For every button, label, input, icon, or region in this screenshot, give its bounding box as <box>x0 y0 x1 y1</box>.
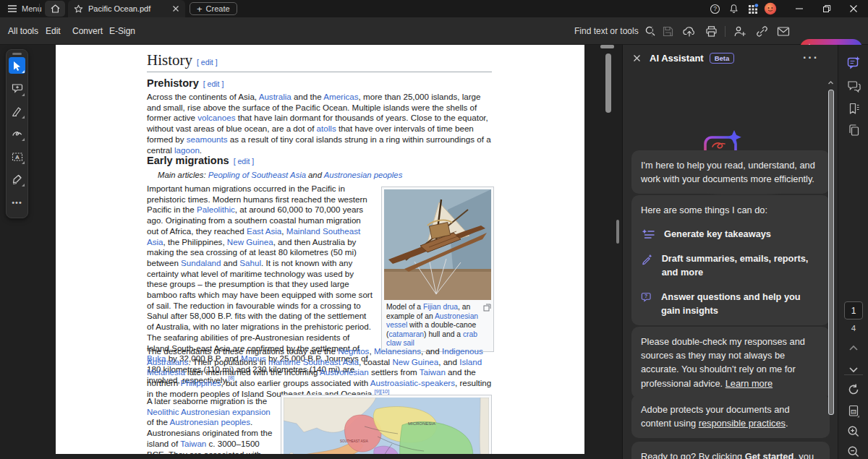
apps-grid-button[interactable] <box>746 1 760 16</box>
palette-drag-handle[interactable] <box>12 53 22 55</box>
account-avatar[interactable] <box>763 1 778 16</box>
wiki-link[interactable]: Americas <box>323 92 358 101</box>
wiki-link[interactable]: Australia <box>259 92 292 101</box>
edit-link[interactable]: [ edit ] <box>203 80 224 88</box>
ai-panel-scrollbar[interactable] <box>828 80 834 455</box>
notifications-button[interactable] <box>726 1 741 16</box>
wiki-link[interactable]: Neolithic Austronesian expansion <box>147 407 271 416</box>
wiki-link[interactable]: maritime Southeast Asia <box>268 357 359 366</box>
svg-text:A: A <box>15 154 20 160</box>
wiki-link[interactable]: Negritos <box>338 346 369 356</box>
wiki-link[interactable]: Melanesians <box>374 346 421 356</box>
restore-button[interactable] <box>820 1 834 16</box>
close-panel-button[interactable] <box>633 54 641 62</box>
add-text-tool[interactable]: A <box>9 148 25 165</box>
capability-takeaways: Generate key takeaways <box>641 227 820 241</box>
previous-page-button[interactable] <box>846 340 861 356</box>
wiki-link[interactable]: Paleolithic <box>197 205 235 214</box>
wiki-link[interactable]: Taiwan <box>420 367 446 377</box>
inline-link[interactable]: Learn more <box>726 378 773 389</box>
edit-link[interactable]: [ edit ] <box>197 58 218 67</box>
zoom-in-button[interactable] <box>846 424 861 439</box>
wiki-link[interactable]: New Guinea <box>392 357 438 366</box>
minimize-button[interactable] <box>792 1 807 16</box>
email-button[interactable] <box>775 23 791 39</box>
wiki-link[interactable]: Philippines <box>180 378 221 387</box>
add-comment-tool[interactable] <box>9 80 25 97</box>
fill-sign-tool[interactable] <box>9 171 25 187</box>
mail-icon <box>777 26 790 37</box>
current-page-indicator[interactable]: 1 <box>844 301 863 319</box>
document-scrollbar[interactable] <box>605 53 611 113</box>
wiki-link[interactable]: Taiwan <box>180 439 206 448</box>
page-thumbnails-rail-button[interactable] <box>846 122 861 138</box>
descendants-paragraph: The descendants of these migrations toda… <box>147 346 494 400</box>
enlarge-icon[interactable] <box>483 304 491 312</box>
close-window-button[interactable] <box>846 1 861 16</box>
rotate-page-button[interactable] <box>846 382 861 398</box>
ai-message-intro: I'm here to help you read, understand, a… <box>631 150 830 194</box>
tab-esign[interactable]: E-Sign <box>109 17 135 45</box>
avatar-icon <box>764 2 777 15</box>
wiki-link[interactable]: Austroasiatic-speakers <box>370 378 455 387</box>
search-icon <box>644 25 656 37</box>
request-signatures-button[interactable] <box>732 23 748 39</box>
draw-tool[interactable] <box>9 125 25 142</box>
highlight-tool[interactable] <box>9 103 25 119</box>
tab-convert[interactable]: Convert <box>72 17 103 45</box>
divider <box>844 374 863 375</box>
wiki-link[interactable]: lagoon <box>174 145 200 155</box>
history-heading: History[ edit ] <box>147 51 218 69</box>
wiki-link[interactable]: Sundaland <box>181 258 221 267</box>
boat-figure[interactable]: Model of a Fijian drua, an example of an… <box>381 186 494 352</box>
wiki-link[interactable]: [9][10] <box>375 388 390 395</box>
map-figure[interactable]: MICRONESIA MELANESIA POLYNESIA SOUTHEAST… <box>281 395 492 454</box>
tab-edit[interactable]: Edit <box>46 17 61 45</box>
draft-pen-icon <box>641 252 653 266</box>
wiki-link[interactable]: atolls <box>317 124 336 133</box>
bookmarks-rail-button[interactable] <box>846 100 861 116</box>
inline-link[interactable]: responsible practices <box>699 418 786 429</box>
wiki-link[interactable]: seamounts <box>187 134 228 144</box>
home-button[interactable] <box>45 1 65 17</box>
printer-icon <box>705 25 718 38</box>
cloud-upload-button[interactable] <box>681 23 697 39</box>
help-button[interactable]: ? <box>707 1 722 16</box>
wiki-link[interactable]: Austronesian peoples <box>170 417 251 426</box>
wiki-link[interactable]: volcanoes <box>197 113 235 122</box>
select-tool[interactable] <box>9 57 25 74</box>
squiggle-icon <box>12 129 22 138</box>
wiki-link[interactable]: East Asia <box>247 226 281 236</box>
page-controls-button[interactable]: 10 <box>846 403 861 419</box>
more-tools-button[interactable]: ••• <box>9 194 25 210</box>
zoom-out-button[interactable] <box>846 444 861 459</box>
document-tab[interactable]: Pacific Ocean.pdf <box>68 0 185 17</box>
panel-splitter-handle[interactable] <box>616 220 619 244</box>
wiki-link[interactable]: Peopling of Southeast Asia <box>208 171 306 179</box>
zoom-out-icon <box>847 445 860 458</box>
ai-assistant-rail-button[interactable] <box>846 55 861 71</box>
create-button[interactable]: + Create <box>190 2 237 15</box>
print-button[interactable] <box>703 23 719 39</box>
edit-link[interactable]: [ edit ] <box>234 157 255 166</box>
find-text-button[interactable]: Find text or tools <box>574 17 656 45</box>
menu-button[interactable]: Menu <box>7 2 42 15</box>
close-tab-icon[interactable] <box>172 5 179 12</box>
wiki-link[interactable]: Sahul <box>239 258 261 267</box>
wiki-link[interactable]: New Guinea <box>227 237 273 246</box>
panel-options-button[interactable]: ··· <box>803 51 819 64</box>
scrollbar-top-handle[interactable] <box>600 45 614 48</box>
map-label-southeast-asia: SOUTHEAST ASIA <box>340 439 368 443</box>
save-button[interactable] <box>660 23 676 39</box>
share-link-button[interactable] <box>754 23 770 39</box>
wiki-link[interactable]: catamaran <box>388 330 424 338</box>
capabilities-heading: Here are some things I can do: <box>641 203 820 217</box>
tab-all-tools[interactable]: All tools <box>8 17 38 45</box>
comments-rail-button[interactable] <box>846 78 861 94</box>
wiki-link[interactable]: Fijian drua <box>423 303 458 311</box>
wiki-link[interactable]: Austronesian peoples <box>324 171 403 179</box>
wiki-link[interactable]: Austronesian <box>320 367 369 377</box>
star-icon[interactable] <box>74 4 83 14</box>
capability-insights: ? Answer questions and help you gain ins… <box>641 290 820 317</box>
cloud-upload-icon <box>683 25 697 38</box>
